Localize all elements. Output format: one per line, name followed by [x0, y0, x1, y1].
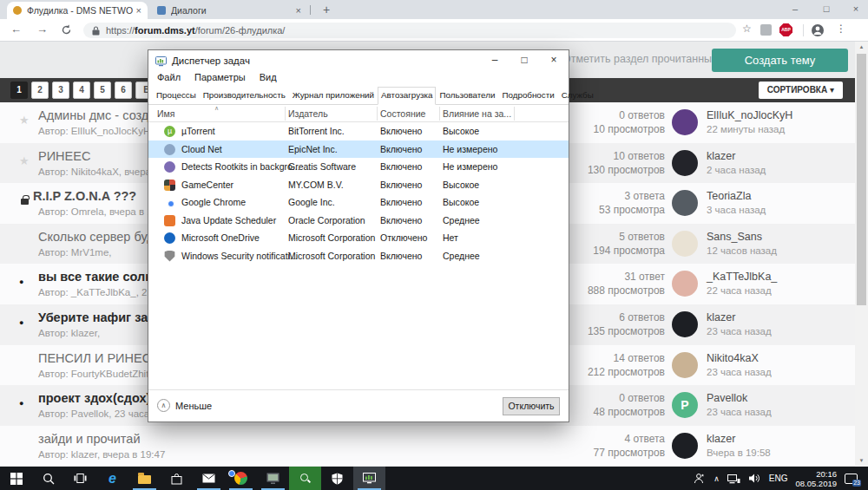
tm-tab-users[interactable]: Пользователи — [436, 87, 498, 104]
window-close-button[interactable]: × — [842, 0, 868, 19]
language-indicator[interactable]: ENG — [769, 474, 788, 483]
page-button[interactable]: 5 — [94, 82, 111, 99]
page-button[interactable]: 6 — [115, 82, 132, 99]
startup-row-java[interactable]: Java Update SchedulerOracle CorporationВ… — [148, 212, 569, 230]
avatar[interactable] — [672, 433, 698, 459]
avatar[interactable] — [672, 271, 698, 297]
last-poster: klazerВчера в 19:58 — [707, 432, 771, 460]
start-button[interactable] — [0, 467, 32, 490]
adblock-plus-icon[interactable]: ABP — [779, 23, 792, 36]
page-button-current[interactable]: 1 — [10, 82, 28, 99]
action-center-icon[interactable]: 23 — [845, 474, 858, 484]
taskbar-task-manager[interactable] — [353, 467, 385, 490]
extension-icon[interactable] — [760, 24, 772, 36]
thread-title[interactable]: зайди и прочитай — [38, 432, 141, 446]
tm-col-name[interactable]: Имя — [157, 108, 174, 119]
thread-stats: 0 ответов48 просмотров — [594, 391, 665, 419]
network-icon[interactable] — [727, 474, 740, 484]
page-scrollbar[interactable]: ▲ ▼ — [855, 42, 868, 467]
thread-row[interactable]: зайди и прочитай Автор: klazer, вчера в … — [0, 426, 855, 467]
taskbar-file-explorer[interactable] — [128, 467, 161, 490]
avatar[interactable] — [672, 190, 698, 216]
reload-icon[interactable] — [61, 24, 72, 36]
create-topic-button[interactable]: Создать тему — [712, 49, 848, 72]
tm-minimize-button[interactable]: – — [480, 50, 510, 71]
mark-read-link[interactable]: Отметить раздел прочитанным — [562, 53, 720, 65]
page-button[interactable]: 3 — [52, 82, 69, 99]
desktop: Флудилка - DMS NETWORK × Диалоги × + – □… — [0, 0, 868, 490]
avatar[interactable]: P — [672, 392, 698, 418]
tm-menu-file[interactable]: Файл — [157, 72, 181, 82]
scroll-up-icon[interactable]: ▲ — [855, 42, 868, 53]
taskbar-search-button[interactable] — [32, 467, 64, 490]
startup-row-utorrent[interactable]: µ µTorrentBitTorrent Inc.ВключеноВысокое — [148, 122, 569, 140]
browser-menu-icon[interactable]: ⋮ — [836, 23, 846, 35]
tm-menu-view[interactable]: Вид — [260, 72, 277, 82]
tab-close-icon[interactable]: × — [296, 5, 301, 16]
tm-col-impact[interactable]: Влияние на за... — [443, 108, 511, 119]
forward-icon[interactable]: → — [36, 23, 48, 36]
startup-row-cloudnet[interactable]: Cloud NetEpicNet Inc.ВключеноНе измерено — [148, 140, 569, 159]
new-tab-button[interactable]: + — [318, 1, 335, 18]
tm-col-publisher[interactable]: Издатель — [288, 108, 328, 119]
thread-author[interactable]: Автор: klazer, — [38, 328, 100, 338]
thread-author[interactable]: Автор: FourtyKBudetZhit, — [38, 369, 152, 379]
volume-icon[interactable] — [748, 473, 761, 484]
sort-button[interactable]: СОРТИРОВКА ▾ — [759, 82, 843, 99]
startup-row-onedrive[interactable]: Microsoft OneDriveMicrosoft CorporationО… — [148, 229, 569, 247]
tm-tab-processes[interactable]: Процессы — [153, 87, 200, 104]
tab-forum[interactable]: Флудилка - DMS NETWORK × — [7, 2, 148, 19]
scroll-down-icon[interactable]: ▼ — [855, 455, 868, 467]
tm-tab-performance[interactable]: Производительность — [200, 87, 289, 104]
hidden-icons-chevron[interactable]: ∧ — [713, 474, 720, 483]
tm-titlebar[interactable]: Диспетчер задач – □ × — [148, 50, 569, 71]
taskbar-screen-app[interactable] — [257, 467, 289, 490]
tm-close-button[interactable]: × — [539, 50, 569, 71]
clock[interactable]: 20:16 08.05.2019 — [795, 469, 837, 488]
avatar[interactable] — [672, 109, 698, 135]
tm-tab-services[interactable]: Службы — [558, 87, 597, 104]
file-explorer-icon — [138, 475, 151, 484]
tm-tab-details[interactable]: Подробности — [498, 87, 557, 104]
tm-tab-app-history[interactable]: Журнал приложений — [289, 87, 378, 104]
thread-title[interactable]: РИНЕЕС — [38, 149, 90, 163]
thread-author[interactable]: Автор: klazer, вчера в 19:47 — [38, 449, 165, 460]
startup-row-rootkits[interactable]: Detects Rootkits in backgro...Greatis So… — [148, 158, 569, 176]
avatar[interactable] — [672, 352, 698, 378]
profile-icon[interactable] — [811, 23, 825, 37]
back-icon[interactable]: ← — [10, 23, 22, 36]
taskbar-scanner-app[interactable] — [289, 467, 321, 490]
tm-col-status[interactable]: Состояние — [380, 108, 425, 119]
task-view-button[interactable] — [64, 467, 96, 490]
taskbar-store[interactable] — [161, 467, 193, 490]
startup-row-chrome[interactable]: Google ChromeGoogle Inc.ВключеноВысокое — [148, 193, 569, 212]
taskbar-chrome[interactable] — [225, 467, 257, 490]
star-icon[interactable]: ★ — [19, 154, 30, 167]
avatar[interactable] — [672, 150, 698, 176]
address-bar[interactable]: https://forum.dms.yt/forum/26-флудилка/ — [83, 23, 736, 38]
window-minimize-button[interactable]: – — [781, 0, 809, 19]
tm-menu-options[interactable]: Параметры — [194, 72, 246, 82]
tm-tab-startup[interactable]: Автозагрузка — [378, 87, 436, 105]
avatar[interactable] — [672, 231, 698, 257]
taskbar-defender[interactable] — [321, 467, 353, 490]
scrollbar-thumb[interactable] — [857, 54, 866, 305]
tab-dialogs[interactable]: Диалоги × — [151, 2, 307, 19]
taskbar-mail[interactable] — [193, 467, 225, 490]
people-icon[interactable] — [694, 473, 706, 484]
disable-button[interactable]: Отключить — [503, 397, 560, 415]
fewer-details-button[interactable]: ∧ Меньше — [157, 399, 212, 412]
bookmark-star-icon[interactable]: ☆ — [742, 23, 752, 35]
star-icon[interactable]: ★ — [19, 114, 30, 127]
thread-title[interactable]: R.I.P Z.O.N.A ??? — [33, 189, 136, 203]
window-maximize-button[interactable]: □ — [812, 0, 840, 19]
startup-row-gamecenter[interactable]: GameCenterMY.COM B.V.ВключеноВысокое — [148, 176, 569, 194]
avatar[interactable] — [672, 311, 698, 337]
taskbar-edge[interactable]: e — [96, 467, 128, 490]
page-button[interactable]: 4 — [73, 82, 90, 99]
thread-author[interactable]: Автор: MrV1me, — [38, 247, 112, 258]
tab-close-icon[interactable]: × — [136, 5, 141, 16]
page-button[interactable]: 2 — [31, 82, 49, 99]
startup-row-winsecurity[interactable]: Windows Security notificati...Microsoft … — [148, 247, 569, 265]
tm-maximize-button[interactable]: □ — [510, 50, 539, 71]
